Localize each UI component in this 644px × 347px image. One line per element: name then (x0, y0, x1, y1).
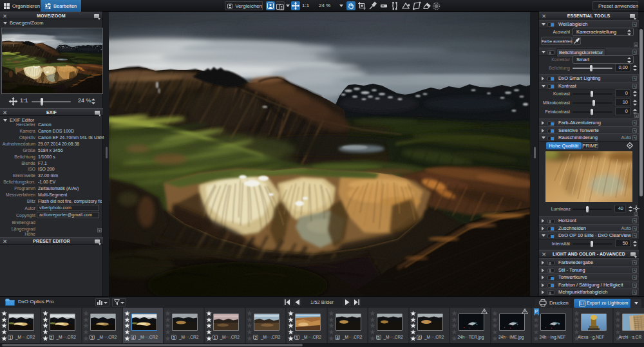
svg-text:P: P (535, 309, 538, 314)
